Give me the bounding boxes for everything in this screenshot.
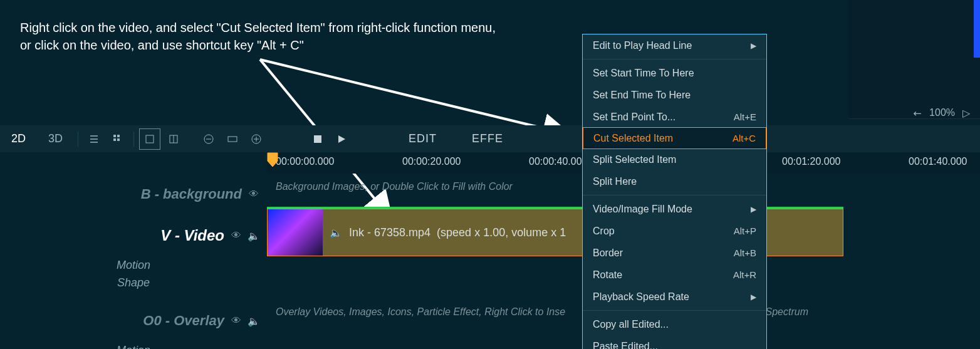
svg-rect-3 xyxy=(117,135,120,137)
svg-rect-4 xyxy=(113,138,116,141)
play-icon[interactable]: ▷ xyxy=(962,107,970,119)
track-label-video[interactable]: V - Video 👁 🔈 xyxy=(0,215,267,256)
svg-rect-2 xyxy=(113,135,116,137)
track-label-overlay-motion[interactable]: Motion xyxy=(0,341,267,349)
zoom-out-icon[interactable] xyxy=(198,128,219,150)
menu-paste-edited[interactable]: Paste Edited... xyxy=(583,335,766,349)
toolbar-separator xyxy=(78,132,78,147)
speaker-icon: 🔈 xyxy=(330,227,341,238)
expand-icon[interactable]: ↙ xyxy=(910,106,925,120)
ruler-tick: 00:00:20.000 xyxy=(402,156,461,167)
timeline-toolbar: 2D 3D EDIT EFFE xyxy=(0,125,980,152)
speaker-icon[interactable]: 🔈 xyxy=(248,230,259,241)
svg-line-0 xyxy=(260,60,570,135)
preview-scrollbar[interactable] xyxy=(974,0,980,58)
menu-cut-selected-item[interactable]: Cut Selected Item Alt+C xyxy=(583,127,766,149)
effect-button[interactable]: EFFE xyxy=(454,132,521,145)
eye-icon[interactable]: 👁 xyxy=(231,230,242,241)
tab-2d[interactable]: 2D xyxy=(0,125,37,152)
svg-rect-15 xyxy=(314,135,321,143)
preview-panel xyxy=(848,0,980,119)
playhead[interactable] xyxy=(267,152,278,167)
menu-set-end-point[interactable]: Set End Point To... Alt+E xyxy=(583,106,766,128)
menu-split-here[interactable]: Split Here xyxy=(583,170,766,192)
menu-border[interactable]: Border Alt+B xyxy=(583,242,766,264)
track-label-motion[interactable]: Motion xyxy=(0,256,267,274)
menu-separator xyxy=(583,310,766,311)
svg-rect-11 xyxy=(228,137,237,142)
zoom-bar: ↙ 100% ▷ xyxy=(904,105,980,120)
menu-separator xyxy=(583,59,766,60)
eye-icon[interactable]: 👁 xyxy=(231,315,242,326)
menu-set-start-time[interactable]: Set Start Time To Here xyxy=(583,62,766,84)
zoom-value: 100% xyxy=(929,107,955,118)
menu-edit-to-playhead[interactable]: Edit to Play Head Line ▶ xyxy=(583,34,766,56)
tab-3d[interactable]: 3D xyxy=(37,125,74,152)
instruction-line-2: or click on the video, and use shortcut … xyxy=(20,36,496,54)
clip-filename: Ink - 67358.mp4 (speed x 1.00, volume x … xyxy=(349,226,566,239)
speaker-icon[interactable]: 🔈 xyxy=(248,315,259,326)
context-menu: Edit to Play Head Line ▶ Set Start Time … xyxy=(582,34,767,349)
menu-rotate[interactable]: Rotate Alt+R xyxy=(583,264,766,286)
track-label-overlay[interactable]: O0 - Overlay 👁 🔈 xyxy=(0,300,267,341)
menu-copy-all-edited[interactable]: Copy all Edited... xyxy=(583,313,766,335)
ruler-tick: 00:00:40.00 xyxy=(529,156,582,167)
svg-rect-5 xyxy=(117,138,120,141)
layout-single-icon[interactable] xyxy=(139,128,160,150)
stop-icon[interactable] xyxy=(307,128,328,150)
menu-crop[interactable]: Crop Alt+P xyxy=(583,220,766,242)
ruler-tick: 00:00:00.000 xyxy=(276,156,334,167)
list-view-icon[interactable] xyxy=(83,128,105,150)
menu-playback-speed[interactable]: Playback Speed Rate ▶ xyxy=(583,286,766,308)
chevron-right-icon: ▶ xyxy=(751,205,756,214)
track-hint: Overlay Videos, Images, Icons, Particle … xyxy=(276,306,565,318)
ruler-tick: 00:01:40.000 xyxy=(909,156,967,167)
eye-icon[interactable]: 👁 xyxy=(248,189,259,200)
layout-split-icon[interactable] xyxy=(163,128,184,150)
play-icon[interactable] xyxy=(331,128,352,150)
menu-separator xyxy=(583,195,766,195)
instruction-text: Right click on the video, and select "Cu… xyxy=(20,19,496,54)
zoom-in-icon[interactable] xyxy=(246,128,267,150)
svg-rect-6 xyxy=(146,135,154,143)
clip-thumbnail xyxy=(268,209,323,256)
menu-set-end-time[interactable]: Set End Time To Here xyxy=(583,84,766,106)
grid-view-icon[interactable] xyxy=(107,128,128,150)
chevron-right-icon: ▶ xyxy=(751,41,756,50)
toolbar-separator xyxy=(133,132,134,147)
edit-button[interactable]: EDIT xyxy=(391,132,454,145)
track-label-background[interactable]: B - background 👁 xyxy=(0,174,267,215)
instruction-line-1: Right click on the video, and select "Cu… xyxy=(20,19,496,36)
menu-split-selected-item[interactable]: Split Selected Item xyxy=(583,148,766,170)
ruler-tick: 00:01:20.000 xyxy=(782,156,840,167)
zoom-fit-icon[interactable] xyxy=(222,128,243,150)
menu-fill-mode[interactable]: Video/Image Fill Mode ▶ xyxy=(583,198,766,220)
chevron-right-icon: ▶ xyxy=(751,293,756,301)
track-label-column: B - background 👁 V - Video 👁 🔈 Motion Sh… xyxy=(0,174,267,349)
track-label-shape[interactable]: Shape xyxy=(0,274,267,291)
